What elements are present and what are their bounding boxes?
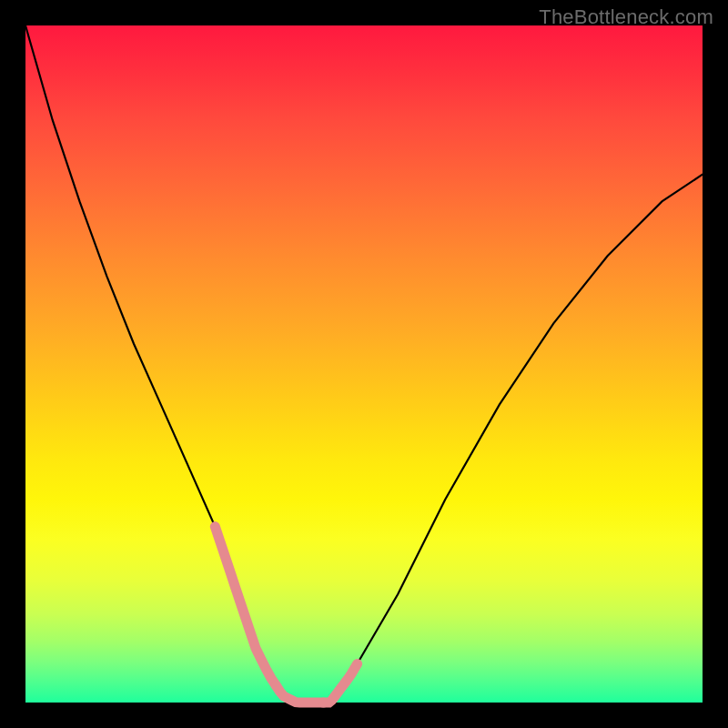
highlight-right — [323, 664, 357, 703]
highlight-left — [215, 527, 276, 686]
watermark-text: TheBottleneck.com — [539, 5, 713, 29]
highlight-bottom — [276, 685, 323, 703]
chart-svg — [25, 25, 703, 703]
bottleneck-curve — [25, 25, 703, 703]
chart-frame: TheBottleneck.com — [0, 0, 728, 728]
plot-area — [25, 25, 703, 703]
